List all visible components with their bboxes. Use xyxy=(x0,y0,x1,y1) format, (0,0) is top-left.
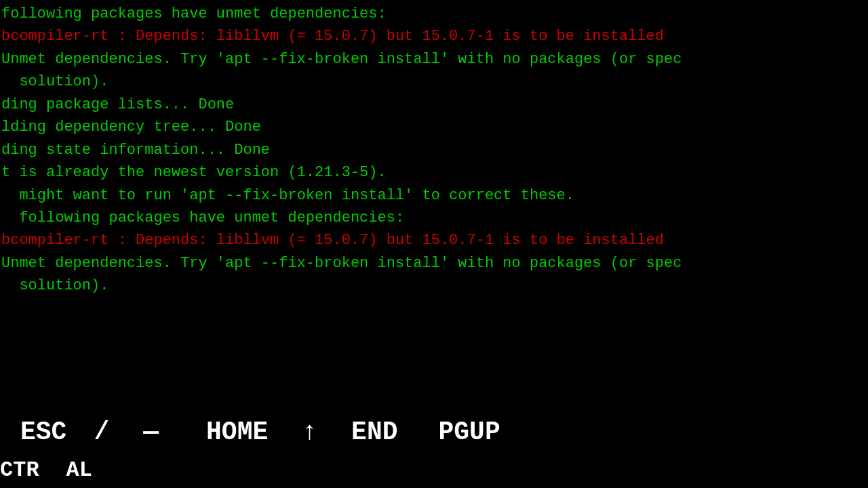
terminal-line: t is already the newest version (1.21.3-… xyxy=(0,161,868,184)
terminal-line: bcompiler-rt : Depends: libllvm (= 15.0.… xyxy=(0,229,868,251)
terminal-line: might want to run 'apt --fix-broken inst… xyxy=(0,184,868,207)
terminal-line: solution). xyxy=(0,274,868,297)
key-up-arrow[interactable]: ↑ xyxy=(288,413,331,451)
nav-keys-row1: ESC / — HOME ↑ END PGUP xyxy=(0,413,868,451)
terminal-line: lding dependency tree... Done xyxy=(0,116,868,138)
key-home[interactable]: HOME xyxy=(186,413,288,451)
terminal-line: following packages have unmet dependenci… xyxy=(0,3,868,25)
terminal-line: solution). xyxy=(0,70,868,93)
key-pgup[interactable]: PGUP xyxy=(418,413,521,451)
terminal-line: following packages have unmet dependenci… xyxy=(0,207,868,229)
terminal-line: ding package lists... Done xyxy=(0,94,868,116)
key-esc[interactable]: ESC xyxy=(0,413,87,451)
terminal-line: ding state information... Done xyxy=(0,139,868,161)
terminal-output: following packages have unmet dependenci… xyxy=(0,0,868,409)
nav-keys-row2: CTR AL xyxy=(0,451,868,487)
terminal-line: Unmet dependencies. Try 'apt --fix-broke… xyxy=(0,48,868,70)
terminal-window: following packages have unmet dependenci… xyxy=(0,0,868,488)
terminal-line: Unmet dependencies. Try 'apt --fix-broke… xyxy=(0,252,868,274)
key-end[interactable]: END xyxy=(331,413,418,451)
key-slash[interactable]: / xyxy=(87,413,116,451)
key-alt[interactable]: AL xyxy=(66,454,119,487)
bottom-bar: ESC / — HOME ↑ END PGUP CTR AL xyxy=(0,409,868,488)
terminal-line: bcompiler-rt : Depends: libllvm (= 15.0.… xyxy=(0,25,868,47)
key-ctrl[interactable]: CTR xyxy=(0,454,66,487)
key-dash[interactable]: — xyxy=(116,413,186,451)
